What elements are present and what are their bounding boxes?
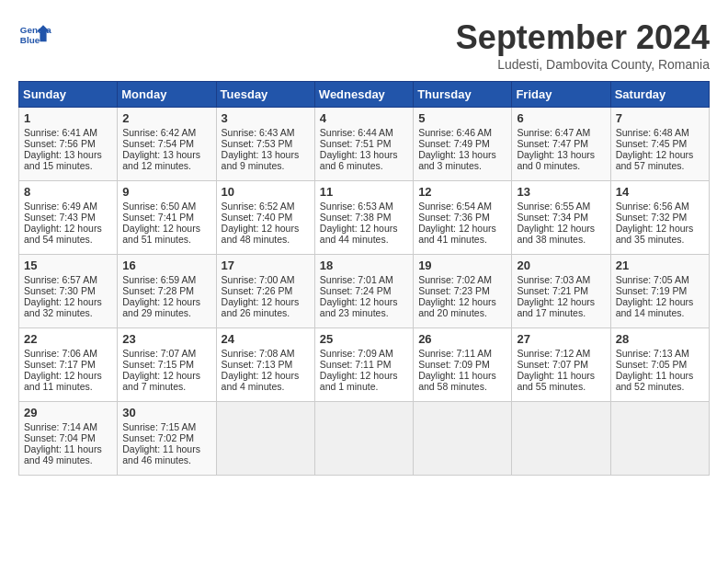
calendar-week-row: 1Sunrise: 6:41 AMSunset: 7:56 PMDaylight…	[19, 108, 710, 181]
day-number: 8	[24, 185, 112, 199]
sunrise-text: Sunrise: 7:15 AM	[122, 421, 196, 432]
sunset-text: Sunset: 7:05 PM	[616, 359, 688, 370]
calendar-cell: 15Sunrise: 6:57 AMSunset: 7:30 PMDayligh…	[19, 255, 118, 328]
day-number: 11	[320, 185, 408, 199]
sunset-text: Sunset: 7:41 PM	[122, 212, 194, 223]
sunrise-text: Sunrise: 6:44 AM	[320, 127, 393, 138]
calendar-cell: 24Sunrise: 7:08 AMSunset: 7:13 PMDayligh…	[216, 328, 314, 402]
sunset-text: Sunset: 7:04 PM	[24, 432, 96, 443]
calendar-cell: 10Sunrise: 6:52 AMSunset: 7:40 PMDayligh…	[216, 181, 314, 255]
daylight-text: Daylight: 12 hours and 51 minutes.	[122, 223, 200, 245]
sunrise-text: Sunrise: 6:41 AM	[24, 127, 97, 138]
sunrise-text: Sunrise: 6:47 AM	[517, 127, 590, 138]
day-number: 25	[320, 332, 408, 346]
day-number: 3	[222, 111, 310, 125]
title-block: September 2024 Ludesti, Dambovita County…	[456, 18, 710, 72]
day-number: 14	[616, 185, 704, 199]
day-header-tuesday: Tuesday	[216, 82, 314, 108]
sunset-text: Sunset: 7:38 PM	[320, 212, 392, 223]
sunset-text: Sunset: 7:30 PM	[24, 285, 96, 296]
sunset-text: Sunset: 7:49 PM	[418, 138, 490, 149]
calendar-cell	[414, 402, 512, 476]
sunset-text: Sunset: 7:45 PM	[616, 138, 688, 149]
daylight-text: Daylight: 12 hours and 17 minutes.	[517, 296, 595, 318]
calendar-cell: 2Sunrise: 6:42 AMSunset: 7:54 PMDaylight…	[118, 108, 216, 181]
calendar-table: SundayMondayTuesdayWednesdayThursdayFrid…	[18, 81, 710, 476]
calendar-cell: 7Sunrise: 6:48 AMSunset: 7:45 PMDaylight…	[610, 108, 709, 181]
day-number: 16	[122, 259, 210, 272]
day-header-sunday: Sunday	[19, 82, 118, 108]
sunset-text: Sunset: 7:53 PM	[222, 138, 293, 149]
daylight-text: Daylight: 12 hours and 48 minutes.	[222, 223, 300, 245]
sunrise-text: Sunrise: 7:02 AM	[418, 274, 492, 285]
daylight-text: Daylight: 12 hours and 7 minutes.	[122, 370, 200, 392]
sunset-text: Sunset: 7:43 PM	[24, 212, 96, 223]
sunrise-text: Sunrise: 6:43 AM	[222, 127, 295, 138]
calendar-cell	[512, 402, 610, 476]
svg-text:Blue: Blue	[20, 35, 40, 45]
sunset-text: Sunset: 7:23 PM	[418, 285, 490, 296]
calendar-cell: 27Sunrise: 7:12 AMSunset: 7:07 PMDayligh…	[512, 328, 610, 402]
calendar-body: 1Sunrise: 6:41 AMSunset: 7:56 PMDaylight…	[19, 108, 710, 476]
calendar-cell: 19Sunrise: 7:02 AMSunset: 7:23 PMDayligh…	[414, 255, 512, 328]
day-number: 15	[24, 259, 112, 272]
sunset-text: Sunset: 7:21 PM	[517, 285, 588, 296]
day-number: 27	[517, 332, 605, 346]
sunset-text: Sunset: 7:47 PM	[517, 138, 588, 149]
sunrise-text: Sunrise: 7:09 AM	[320, 348, 393, 359]
calendar-cell	[610, 402, 709, 476]
day-number: 17	[222, 259, 310, 272]
daylight-text: Daylight: 12 hours and 29 minutes.	[122, 296, 200, 318]
daylight-text: Daylight: 12 hours and 35 minutes.	[616, 223, 694, 245]
day-header-saturday: Saturday	[610, 82, 709, 108]
daylight-text: Daylight: 11 hours and 52 minutes.	[616, 370, 694, 392]
sunset-text: Sunset: 7:07 PM	[517, 359, 588, 370]
sunset-text: Sunset: 7:17 PM	[24, 359, 96, 370]
day-number: 23	[122, 332, 210, 346]
daylight-text: Daylight: 13 hours and 0 minutes.	[517, 149, 595, 171]
sunrise-text: Sunrise: 7:13 AM	[616, 348, 689, 359]
calendar-cell: 28Sunrise: 7:13 AMSunset: 7:05 PMDayligh…	[610, 328, 709, 402]
daylight-text: Daylight: 12 hours and 14 minutes.	[616, 296, 694, 318]
day-number: 4	[320, 111, 408, 125]
daylight-text: Daylight: 12 hours and 23 minutes.	[320, 296, 398, 318]
calendar-cell: 9Sunrise: 6:50 AMSunset: 7:41 PMDaylight…	[118, 181, 216, 255]
daylight-text: Daylight: 13 hours and 6 minutes.	[320, 149, 398, 171]
logo: General Blue	[18, 18, 51, 52]
calendar-cell: 23Sunrise: 7:07 AMSunset: 7:15 PMDayligh…	[118, 328, 216, 402]
day-number: 26	[418, 332, 506, 346]
calendar-cell: 22Sunrise: 7:06 AMSunset: 7:17 PMDayligh…	[19, 328, 118, 402]
daylight-text: Daylight: 12 hours and 1 minute.	[320, 370, 398, 392]
calendar-cell: 13Sunrise: 6:55 AMSunset: 7:34 PMDayligh…	[512, 181, 610, 255]
daylight-text: Daylight: 13 hours and 3 minutes.	[418, 149, 496, 171]
sunset-text: Sunset: 7:40 PM	[222, 212, 293, 223]
sunset-text: Sunset: 7:19 PM	[616, 285, 688, 296]
day-number: 22	[24, 332, 112, 346]
calendar-cell: 4Sunrise: 6:44 AMSunset: 7:51 PMDaylight…	[314, 108, 413, 181]
daylight-text: Daylight: 12 hours and 54 minutes.	[24, 223, 102, 245]
sunrise-text: Sunrise: 6:42 AM	[122, 127, 196, 138]
daylight-text: Daylight: 11 hours and 58 minutes.	[418, 370, 496, 392]
day-header-wednesday: Wednesday	[314, 82, 413, 108]
day-number: 19	[418, 259, 506, 272]
sunrise-text: Sunrise: 7:06 AM	[24, 348, 97, 359]
calendar-cell: 14Sunrise: 6:56 AMSunset: 7:32 PMDayligh…	[610, 181, 709, 255]
daylight-text: Daylight: 12 hours and 57 minutes.	[616, 149, 694, 171]
sunrise-text: Sunrise: 6:52 AM	[222, 201, 295, 212]
calendar-cell: 26Sunrise: 7:11 AMSunset: 7:09 PMDayligh…	[414, 328, 512, 402]
day-number: 20	[517, 259, 605, 272]
sunrise-text: Sunrise: 7:11 AM	[418, 348, 492, 359]
calendar-cell: 16Sunrise: 6:59 AMSunset: 7:28 PMDayligh…	[118, 255, 216, 328]
daylight-text: Daylight: 11 hours and 46 minutes.	[122, 443, 200, 465]
calendar-cell: 3Sunrise: 6:43 AMSunset: 7:53 PMDaylight…	[216, 108, 314, 181]
daylight-text: Daylight: 11 hours and 49 minutes.	[24, 443, 102, 465]
calendar-cell: 29Sunrise: 7:14 AMSunset: 7:04 PMDayligh…	[19, 402, 118, 476]
sunrise-text: Sunrise: 7:08 AM	[222, 348, 295, 359]
daylight-text: Daylight: 13 hours and 15 minutes.	[24, 149, 102, 171]
sunrise-text: Sunrise: 6:56 AM	[616, 201, 689, 212]
sunset-text: Sunset: 7:36 PM	[418, 212, 490, 223]
sunrise-text: Sunrise: 6:55 AM	[517, 201, 590, 212]
daylight-text: Daylight: 11 hours and 55 minutes.	[517, 370, 595, 392]
calendar-cell: 21Sunrise: 7:05 AMSunset: 7:19 PMDayligh…	[610, 255, 709, 328]
day-number: 9	[122, 185, 210, 199]
